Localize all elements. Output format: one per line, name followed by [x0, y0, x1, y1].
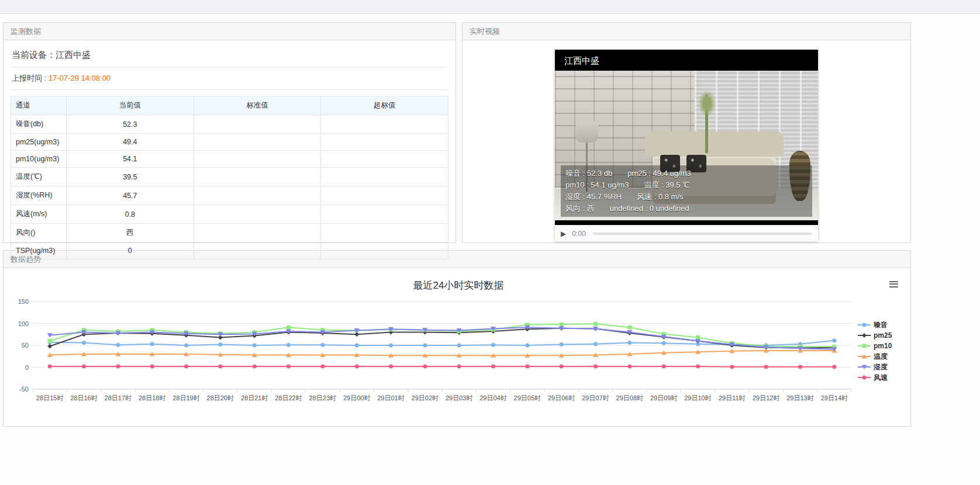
cell-current: 49.4	[67, 134, 194, 151]
chart-legend: 噪音pm25pm10温度湿度风速	[858, 320, 907, 383]
cell-current: 54.1	[67, 151, 194, 168]
svg-text:29日09时: 29日09时	[650, 394, 677, 401]
scene-plant	[705, 95, 708, 153]
svg-text:28日21时: 28日21时	[241, 394, 268, 401]
cell-channel: 湿度(%RH)	[11, 186, 67, 205]
legend-marker-icon	[858, 353, 871, 360]
table-row: 温度(℃) 39.5	[11, 168, 448, 186]
chart-menu-icon[interactable]	[887, 278, 901, 289]
play-icon[interactable]: ▶	[561, 230, 566, 238]
monitor-panel-title: 监测数据	[4, 23, 456, 40]
svg-text:29日04时: 29日04时	[479, 394, 506, 401]
table-row: 噪音(db) 52.3	[11, 115, 448, 134]
cell-channel: 噪音(db)	[11, 115, 67, 134]
cell-exceed	[321, 186, 448, 205]
trend-chart-canvas: -5005010015028日15时28日16时28日17时28日18时28日1…	[6, 297, 907, 414]
legend-item[interactable]: pm10	[858, 341, 907, 351]
cell-current: 39.5	[67, 168, 194, 186]
table-row: TSP(ug/m3) 0	[11, 243, 448, 259]
svg-text:-50: -50	[19, 386, 29, 393]
top-strip	[0, 0, 980, 14]
legend-label: 湿度	[874, 362, 888, 372]
cell-standard	[194, 224, 321, 243]
cell-channel: pm25(ug/m3)	[11, 134, 67, 151]
table-row: 风向() 西	[11, 224, 448, 243]
video-panel: 实时视频 江西中盛	[462, 22, 911, 243]
sensor-overlay: 噪音 : 52.3 db pm25 : 49.4 ug/m3 pm10 : 54…	[561, 165, 812, 217]
video-controls: ▶ 0:00	[555, 225, 818, 241]
overlay-line: 湿度 : 45.7 %RH 风速 : 0.8 m/s	[565, 191, 808, 203]
svg-text:28日15时: 28日15时	[36, 394, 63, 401]
legend-marker-icon	[858, 321, 871, 328]
video-panel-title: 实时视频	[463, 23, 910, 40]
svg-text:28日22时: 28日22时	[275, 394, 302, 401]
trend-chart: 最近24小时实时数据 -5005010015028日15时28日16时28日17…	[4, 268, 910, 420]
cell-standard	[194, 186, 321, 205]
overlay-line: pm10 : 54.1 ug/m3 温度 : 39.5 ℃	[565, 179, 808, 191]
cell-standard	[194, 243, 321, 259]
svg-text:29日12时: 29日12时	[753, 394, 779, 401]
legend-label: 温度	[874, 352, 888, 362]
legend-item[interactable]: 风速	[858, 372, 907, 383]
legend-label: 噪音	[874, 320, 888, 330]
svg-text:0: 0	[25, 364, 29, 371]
svg-text:50: 50	[22, 342, 29, 349]
trend-panel: 数据趋势 最近24小时实时数据 -5005010015028日15时28日16时…	[3, 250, 911, 427]
cell-channel: 风向()	[11, 224, 67, 243]
cell-exceed	[321, 243, 448, 259]
svg-text:29日14时: 29日14时	[821, 394, 848, 401]
cell-current: 0	[67, 243, 194, 259]
svg-text:28日17时: 28日17时	[105, 394, 132, 401]
overlay-line: 风向 : 西 undefined : 0 undefined	[565, 203, 808, 214]
legend-label: pm10	[874, 342, 892, 350]
svg-text:29日07时: 29日07时	[582, 394, 609, 401]
overlay-line: 噪音 : 52.3 db pm25 : 49.4 ug/m3	[565, 168, 808, 179]
svg-text:29日03时: 29日03时	[446, 394, 472, 401]
cell-current: 45.7	[67, 186, 194, 205]
monitor-table: 通道 当前值 标准值 超标值 噪音(db) 52.3 pm25(ug/m3)	[11, 96, 448, 259]
cell-exceed	[321, 151, 448, 168]
video-progress-bar[interactable]	[593, 233, 812, 235]
svg-text:29日10时: 29日10时	[684, 394, 711, 401]
svg-text:28日19时: 28日19时	[172, 394, 199, 401]
legend-item[interactable]: 湿度	[858, 362, 907, 372]
legend-item[interactable]: 温度	[858, 351, 907, 362]
cell-standard	[194, 151, 321, 168]
svg-text:28日20时: 28日20时	[207, 394, 234, 401]
svg-text:29日02时: 29日02时	[412, 394, 439, 401]
table-row: pm10(ug/m3) 54.1	[11, 151, 448, 168]
svg-text:29日11时: 29日11时	[719, 394, 746, 401]
cell-current: 0.8	[67, 205, 194, 224]
legend-marker-icon	[858, 332, 871, 339]
video-device-title: 江西中盛	[564, 56, 599, 67]
video-player[interactable]: 江西中盛 噪音 : 52.3 db pm25 : 49.4 ug/m3	[555, 50, 818, 225]
cell-channel: 风速(m/s)	[11, 205, 67, 224]
cell-current: 西	[67, 224, 194, 243]
table-row: 风速(m/s) 0.8	[11, 205, 448, 224]
col-header-standard: 标准值	[194, 96, 321, 115]
chart-title: 最近24小时实时数据	[6, 279, 910, 292]
cell-exceed	[321, 115, 448, 134]
cell-current: 52.3	[67, 115, 194, 134]
monitor-table-header-row: 通道 当前值 标准值 超标值	[11, 96, 448, 115]
cell-standard	[194, 134, 321, 151]
svg-text:150: 150	[18, 298, 29, 305]
cell-exceed	[321, 168, 448, 186]
report-time-line: 上报时间 : 17-07-29 14:08:00	[11, 67, 448, 90]
legend-marker-icon	[858, 363, 871, 370]
svg-text:100: 100	[18, 320, 29, 327]
svg-text:29日01时: 29日01时	[377, 394, 404, 401]
cell-standard	[194, 205, 321, 224]
cell-channel: pm10(ug/m3)	[11, 151, 67, 168]
svg-text:29日05时: 29日05时	[514, 394, 541, 401]
cell-exceed	[321, 134, 448, 151]
legend-label: pm25	[874, 331, 892, 340]
legend-item[interactable]: 噪音	[858, 320, 907, 330]
legend-marker-icon	[858, 374, 871, 381]
monitor-panel: 监测数据 当前设备：江西中盛 上报时间 : 17-07-29 14:08:00 …	[3, 22, 456, 243]
svg-text:28日16时: 28日16时	[70, 394, 97, 401]
col-header-current: 当前值	[67, 96, 194, 115]
svg-text:28日23时: 28日23时	[309, 394, 336, 401]
svg-text:29日13时: 29日13时	[786, 394, 813, 401]
legend-item[interactable]: pm25	[858, 330, 907, 341]
